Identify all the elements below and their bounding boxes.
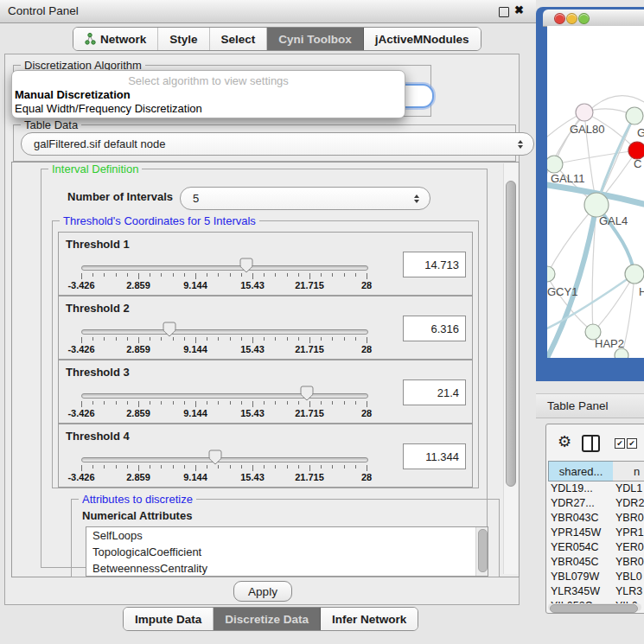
- table-hscrollbar[interactable]: [548, 603, 641, 611]
- threshold-value-field[interactable]: 14.713: [403, 252, 466, 277]
- threshold-value-field[interactable]: 21.4: [403, 379, 466, 405]
- cell-name: YBR0: [615, 511, 644, 526]
- attributes-list-scrollbar[interactable]: [475, 527, 488, 576]
- slider-tick: [116, 401, 117, 405]
- slider-tick: [367, 401, 367, 407]
- slider-tick-label: 21.715: [281, 280, 338, 290]
- threshold-label: Threshold 4: [66, 430, 130, 443]
- network-canvas[interactable]: GAL80GACGAL11GAL4GCY1HHAP2: [547, 26, 644, 358]
- tab-infer-network[interactable]: Infer Network: [321, 608, 418, 630]
- close-traffic-light[interactable]: [554, 13, 565, 24]
- checkbox-icon-1[interactable]: ✔: [615, 438, 625, 449]
- table-row[interactable]: YBR045CYBR0: [548, 555, 644, 570]
- slider-track[interactable]: [81, 393, 368, 399]
- table-header-shared[interactable]: shared...: [548, 461, 614, 481]
- algorithm-option-manual[interactable]: Manual Discretization: [15, 88, 131, 101]
- slider-tick: [230, 465, 231, 469]
- network-node[interactable]: [547, 266, 555, 282]
- table-row[interactable]: YER054CYER0: [548, 540, 644, 555]
- slider-tick: [275, 465, 276, 469]
- slider-track[interactable]: [81, 457, 368, 462]
- attributes-group: Attributes to discretize Numerical Attri…: [71, 499, 500, 577]
- number-of-intervals-label: Number of Intervals: [67, 190, 173, 203]
- slider-tick: [207, 273, 207, 277]
- slider-tick-label: 28: [338, 344, 395, 354]
- slider-tick: [298, 465, 299, 469]
- tab-select[interactable]: Select: [210, 28, 268, 50]
- apply-button[interactable]: Apply: [233, 581, 292, 602]
- table-row[interactable]: YBL079WYBL0: [548, 570, 644, 584]
- slider-tick: [150, 465, 150, 469]
- tab-impute-data[interactable]: Impute Data: [124, 608, 214, 630]
- table-row[interactable]: YDR27...YDR2: [548, 496, 644, 511]
- tab-label: Select: [221, 33, 256, 46]
- attribute-list-item[interactable]: BetweennessCentrality: [86, 560, 488, 577]
- slider-track[interactable]: [81, 265, 368, 271]
- table-header-name[interactable]: n: [613, 461, 644, 481]
- tab-discretize-data[interactable]: Discretize Data: [214, 608, 321, 630]
- network-node[interactable]: [626, 107, 643, 124]
- slider-thumb[interactable]: [300, 386, 314, 401]
- threshold-value-field[interactable]: 6.316: [403, 316, 466, 341]
- slider-tick: [230, 273, 231, 277]
- cell-name: YLR3: [615, 584, 642, 599]
- panel-scrollbar-thumb[interactable]: [506, 181, 516, 487]
- cell-shared-name: YBR045C: [551, 555, 599, 570]
- network-node[interactable]: [584, 193, 609, 217]
- slider-tick: [127, 465, 128, 469]
- bottom-tab-bar: Impute DataDiscretize DataInfer Network: [123, 607, 418, 631]
- slider-tick: [127, 401, 128, 405]
- slider-tick: [241, 401, 242, 405]
- slider-tick-label: 2.859: [110, 408, 167, 418]
- zoom-traffic-light[interactable]: [578, 13, 590, 24]
- slider-tick: [275, 337, 276, 341]
- slider-tick: [184, 337, 185, 341]
- minimize-traffic-light[interactable]: [566, 13, 577, 24]
- column-layout-icon[interactable]: [582, 435, 600, 452]
- table-row[interactable]: YDL19...YDL1: [548, 481, 644, 496]
- close-icon[interactable]: ✖: [514, 3, 524, 16]
- slider-tick: [81, 465, 82, 471]
- algorithm-option-equal-width[interactable]: Equal Width/Frequency Discretization: [15, 102, 202, 115]
- network-node[interactable]: [625, 265, 644, 284]
- number-of-intervals-spinner[interactable]: 5: [180, 187, 430, 210]
- network-node[interactable]: [547, 156, 563, 173]
- control-panel-title: Control Panel: [8, 4, 79, 17]
- network-node[interactable]: [628, 142, 644, 159]
- slider-tick: [287, 465, 288, 469]
- attributes-list-scrollbar-thumb[interactable]: [478, 529, 488, 572]
- table-data-combo[interactable]: galFiltered.sif default node: [21, 132, 534, 156]
- slider-tick: [195, 401, 196, 407]
- table-row[interactable]: YPR145WYPR1: [548, 526, 644, 540]
- panel-scrollbar[interactable]: [503, 163, 518, 574]
- table-hscrollbar-thumb[interactable]: [550, 604, 638, 613]
- slider-tick: [298, 273, 299, 277]
- slider-thumb[interactable]: [163, 322, 176, 337]
- tab-network[interactable]: Network: [73, 28, 158, 50]
- slider-track[interactable]: [81, 329, 368, 335]
- network-node-label: H: [639, 285, 644, 298]
- tab-label: jActiveMNodules: [375, 33, 469, 46]
- gear-icon[interactable]: ⚙: [558, 432, 571, 451]
- slider-tick: [207, 465, 207, 469]
- checkbox-icon-2[interactable]: ✔: [627, 438, 637, 449]
- float-panel-icon[interactable]: [499, 7, 509, 17]
- table-row[interactable]: YBR043CYBR0: [548, 511, 644, 526]
- slider-tick: [298, 401, 299, 405]
- slider-tick: [344, 273, 345, 277]
- network-node[interactable]: [576, 104, 593, 121]
- cell-shared-name: YDR27...: [551, 496, 595, 511]
- slider-tick: [173, 273, 174, 277]
- slider-thumb[interactable]: [208, 450, 222, 465]
- attribute-list-item[interactable]: TopologicalCoefficient: [86, 544, 488, 560]
- tab-jactivemnodules[interactable]: jActiveMNodules: [364, 28, 481, 50]
- attribute-list-item[interactable]: SelfLoops: [86, 527, 488, 544]
- slider-tick: [92, 337, 93, 341]
- threshold-value-field[interactable]: 11.344: [403, 443, 466, 469]
- tab-cyni-toolbox[interactable]: Cyni Toolbox: [267, 28, 364, 50]
- slider-thumb[interactable]: [239, 258, 253, 273]
- table-row[interactable]: YLR345WYLR3: [548, 584, 644, 599]
- tab-style[interactable]: Style: [158, 28, 209, 50]
- algorithm-dropdown-popup: Select algorithm to view settings Manual…: [11, 70, 405, 118]
- network-window-titlebar[interactable]: [543, 10, 644, 27]
